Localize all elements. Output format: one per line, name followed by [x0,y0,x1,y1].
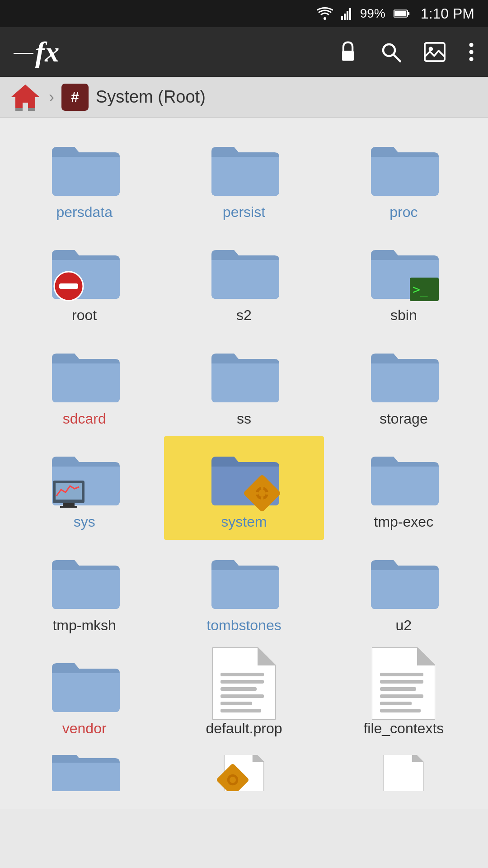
svg-rect-39 [221,702,252,705]
folder-tombstones[interactable]: tombstones [164,540,324,643]
folder-icon [48,344,121,403]
folder-system[interactable]: system [164,436,324,539]
folder-label: system [221,513,267,530]
breadcrumb-separator: › [49,88,54,107]
svg-rect-35 [221,673,264,676]
svg-rect-47 [380,702,412,705]
svg-rect-30 [261,497,263,502]
file-label: file_contexts [363,720,444,737]
folder-label: sys [74,513,95,530]
folder-label: s2 [236,307,252,324]
folder-label: u2 [396,617,412,634]
battery-percentage: 99% [360,6,385,21]
monitor-badge [52,480,85,509]
svg-rect-17 [28,108,35,111]
gear-badge [244,475,280,511]
battery-icon [394,8,410,19]
svg-rect-46 [380,694,423,698]
lock-icon[interactable] [338,41,358,63]
app-bar-actions [338,41,474,63]
folder-icon [208,344,280,403]
svg-rect-16 [15,108,23,111]
svg-line-9 [394,55,400,61]
app-logo: fx [35,35,338,69]
root-badge: # [61,84,89,111]
file-partial-2[interactable] [164,746,324,800]
folder-proc[interactable]: proc [324,127,483,230]
folder-label: tmp-exec [374,513,434,530]
app-bar: — fx [0,27,488,77]
folder-sys[interactable]: sys [5,436,164,539]
svg-rect-1 [344,14,346,20]
svg-rect-3 [349,8,351,20]
folder-ss[interactable]: ss [164,333,324,436]
svg-point-14 [469,57,473,61]
page-title: System (Root) [96,87,206,107]
folder-icon [48,755,121,791]
folder-persist[interactable]: persist [164,127,324,230]
wifi-icon [317,7,333,20]
svg-marker-34 [258,647,276,665]
folder-root[interactable]: root [5,230,164,333]
svg-rect-0 [341,16,343,20]
folder-label: tmp-mksh [52,617,116,634]
folder-tmp-mksh[interactable]: tmp-mksh [5,540,164,643]
svg-rect-25 [60,506,77,508]
file-grid: persdata persist proc [0,118,488,809]
folder-label: sdcard [63,410,106,427]
svg-rect-24 [63,503,75,506]
folder-label: persist [223,203,265,221]
folder-vendor[interactable]: vendor [5,643,164,746]
folder-u2[interactable]: u2 [324,540,483,643]
file-icon [372,755,435,791]
folder-sdcard[interactable]: sdcard [5,333,164,436]
file-file-contexts[interactable]: file_contexts [324,643,483,746]
folder-icon [48,138,121,197]
status-time: 1:10 PM [421,5,474,22]
svg-rect-5 [408,12,409,15]
folder-icon [208,241,280,300]
svg-rect-40 [221,709,261,712]
file-partial-3[interactable] [324,746,483,800]
svg-point-12 [469,43,473,47]
signal-icon [341,7,352,20]
folder-label: storage [380,410,428,427]
file-default-prop[interactable]: default.prop [164,643,324,746]
svg-rect-44 [380,680,423,684]
file-icon [212,647,276,720]
svg-rect-10 [425,43,445,61]
folder-icon [208,551,280,610]
home-button[interactable] [9,81,42,113]
folder-label: sbin [390,307,417,324]
svg-rect-48 [380,709,421,712]
svg-rect-7 [342,51,354,61]
svg-text:>_: >_ [413,282,428,297]
folder-icon [367,138,440,197]
folder-label: tombstones [206,617,281,634]
svg-rect-6 [394,11,407,16]
folder-storage[interactable]: storage [324,333,483,436]
more-icon[interactable] [468,42,474,62]
svg-rect-38 [221,694,264,698]
image-icon[interactable] [424,42,446,62]
folder-icon [367,344,440,403]
file-label: default.prop [206,720,282,737]
folder-s2[interactable]: s2 [164,230,324,333]
svg-rect-37 [221,687,257,691]
hamburger-icon[interactable]: — [14,41,33,63]
folder-persdata[interactable]: persdata [5,127,164,230]
search-icon[interactable] [380,42,401,62]
breadcrumb: › # System (Root) [0,77,488,118]
folder-tmp-exec[interactable]: tmp-exec [324,436,483,539]
hash-label: # [71,89,79,105]
folder-label: proc [389,203,418,221]
svg-point-13 [469,50,473,54]
folder-partial-1[interactable] [5,746,164,800]
svg-rect-31 [253,492,258,495]
folder-sbin[interactable]: >_ sbin [324,230,483,333]
svg-marker-15 [11,85,40,111]
svg-rect-19 [59,283,78,289]
terminal-badge: >_ [409,277,440,302]
svg-point-28 [258,490,266,497]
folder-icon [208,138,280,197]
